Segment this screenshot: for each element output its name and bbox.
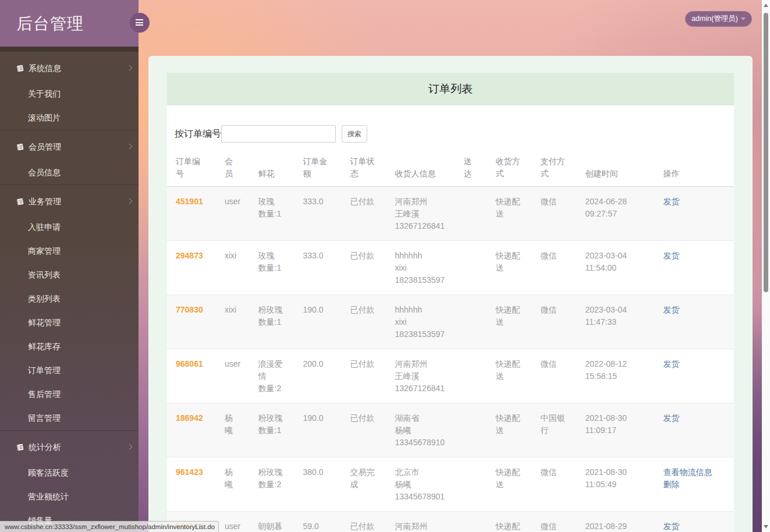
cell-delivered bbox=[455, 241, 487, 295]
cell-member: xixi bbox=[216, 241, 250, 295]
sidebar-item-message-mgmt[interactable]: 留言管理 bbox=[0, 406, 139, 430]
cell-order-no: 186942 bbox=[167, 403, 216, 457]
col-header-amount: 订单金额 bbox=[294, 147, 342, 187]
cell-delivery-method: 快递配送 bbox=[487, 295, 532, 349]
menu-toggle-button[interactable] bbox=[130, 13, 150, 33]
cell-flower: 浪漫爱情数量:2 bbox=[250, 349, 294, 403]
book-icon bbox=[16, 64, 24, 73]
col-header-delivery-method: 收货方式 bbox=[487, 147, 532, 187]
cell-delivery-method: 快递配送 bbox=[487, 403, 532, 457]
cell-amount: 190.0 bbox=[294, 295, 342, 349]
sidebar-item-banner-images[interactable]: 滚动图片 bbox=[0, 106, 139, 130]
sidebar-item-about-us[interactable]: 关于我们 bbox=[0, 82, 139, 106]
order-row: 294873xixi玫瑰数量:1333.0已付款hhhhhhxixi182381… bbox=[167, 241, 734, 295]
status-url: www.csbishe.cn:33333/ssm_zxflower_mutish… bbox=[5, 523, 215, 530]
col-header-payment: 支付方式 bbox=[532, 147, 577, 187]
cell-amount: 333.0 bbox=[294, 187, 342, 241]
col-header-member: 会员 bbox=[216, 147, 250, 187]
cell-delivery-method: 快递配送 bbox=[487, 349, 532, 403]
logistics-link[interactable]: 查看物流信息 bbox=[663, 466, 726, 478]
cell-created: 2022-08-12 15:58:15 bbox=[577, 349, 655, 403]
sidebar-item-category-list[interactable]: 类别列表 bbox=[0, 287, 139, 311]
cell-created: 2023-03-04 11:54:00 bbox=[577, 241, 655, 295]
cell-created: 2023-03-04 11:47:33 bbox=[577, 295, 655, 349]
cell-recipient: 河南郑州王峰溪13267126841 bbox=[386, 187, 455, 241]
cell-order-no: 961423 bbox=[167, 457, 216, 512]
panel-title: 订单列表 bbox=[167, 73, 734, 105]
cell-amount: 59.0 bbox=[294, 512, 342, 532]
scroll-down-arrow[interactable] bbox=[764, 525, 768, 529]
cell-delivery-method: 快递配送 bbox=[487, 241, 532, 295]
cell-actions: 发货 bbox=[655, 187, 734, 241]
sidebar-group-label: 会员管理 bbox=[29, 142, 61, 152]
sidebar-item-flower-inventory[interactable]: 鲜花库存 bbox=[0, 335, 139, 359]
sidebar-group-header-system-info[interactable]: 系统信息 bbox=[0, 55, 139, 82]
ship-link[interactable]: 发货 bbox=[663, 520, 726, 532]
sidebar-item-merchant-mgmt[interactable]: 商家管理 bbox=[0, 239, 139, 263]
sidebar-group-system-info: 系统信息关于我们滚动图片 bbox=[0, 51, 139, 130]
cell-amount: 333.0 bbox=[294, 241, 342, 295]
scrollbar-thumb[interactable] bbox=[764, 13, 768, 292]
sidebar-group-label: 业务管理 bbox=[29, 197, 61, 207]
delete-link[interactable]: 删除 bbox=[663, 478, 726, 491]
chevron-right-icon bbox=[127, 65, 133, 71]
cell-status: 已付款 bbox=[342, 349, 386, 403]
sidebar-group-header-stats-analysis[interactable]: 统计分析 bbox=[0, 434, 139, 461]
ship-link[interactable]: 发货 bbox=[663, 358, 726, 370]
cell-payment: 微信 bbox=[532, 457, 577, 512]
search-button[interactable]: 搜索 bbox=[342, 125, 367, 143]
app-title: 后台管理 bbox=[16, 13, 84, 35]
col-header-order-no: 订单编号 bbox=[167, 147, 216, 187]
book-icon bbox=[16, 143, 24, 151]
cell-flower: 玫瑰数量:1 bbox=[250, 187, 294, 241]
cell-actions: 发货 bbox=[655, 295, 734, 349]
ship-link[interactable]: 发货 bbox=[663, 196, 726, 208]
sidebar-group-business-mgmt: 业务管理入驻申请商家管理资讯列表类别列表鲜花管理鲜花库存订单管理售后管理留言管理 bbox=[0, 185, 139, 430]
sidebar-group-header-business-mgmt[interactable]: 业务管理 bbox=[0, 188, 139, 215]
cell-order-no: 968061 bbox=[167, 349, 216, 403]
cell-member: user bbox=[216, 512, 250, 532]
col-header-recipient: 收货人信息 bbox=[386, 147, 455, 187]
cell-member: 杨曦 bbox=[216, 403, 250, 457]
cell-flower: 粉玫瑰数量:2 bbox=[250, 457, 294, 512]
order-row: 594192user朝朝暮59.0已付款河南郑州快递配送微信2021-08-29… bbox=[167, 512, 734, 532]
sidebar-item-customer-activity[interactable]: 顾客活跃度 bbox=[0, 461, 139, 485]
cell-delivery-method: 快递配送 bbox=[487, 457, 532, 512]
sidebar-group-header-member-mgmt[interactable]: 会员管理 bbox=[0, 133, 139, 161]
sidebar-item-order-mgmt[interactable]: 订单管理 bbox=[0, 359, 139, 382]
order-no-search-input[interactable] bbox=[221, 125, 336, 143]
chevron-right-icon bbox=[127, 444, 133, 450]
cell-amount: 200.0 bbox=[294, 349, 342, 403]
cell-delivered bbox=[455, 295, 487, 349]
cell-status: 已付款 bbox=[342, 241, 386, 295]
cell-actions: 发货 bbox=[655, 512, 734, 532]
col-header-status: 订单状态 bbox=[342, 147, 386, 187]
cell-order-no: 294873 bbox=[167, 241, 216, 295]
sidebar-item-revenue-stats[interactable]: 营业额统计 bbox=[0, 485, 139, 509]
cell-flower: 朝朝暮 bbox=[250, 512, 294, 532]
cell-delivery-method: 快递配送 bbox=[487, 512, 532, 532]
ship-link[interactable]: 发货 bbox=[663, 412, 726, 424]
sidebar-item-flower-mgmt[interactable]: 鲜花管理 bbox=[0, 311, 139, 335]
cell-amount: 380.0 bbox=[294, 457, 342, 512]
cell-amount: 190.0 bbox=[294, 403, 342, 457]
book-icon bbox=[16, 197, 24, 206]
order-row: 186942杨曦粉玫瑰数量:1190.0已付款湖南省杨曦13345678910快… bbox=[167, 403, 734, 457]
user-menu-button[interactable]: admin(管理员) bbox=[685, 11, 752, 27]
sidebar-item-news-list[interactable]: 资讯列表 bbox=[0, 263, 139, 287]
sidebar-item-merchant-apply[interactable]: 入驻申请 bbox=[0, 215, 139, 239]
scroll-up-arrow[interactable] bbox=[764, 3, 768, 7]
ship-link[interactable]: 发货 bbox=[663, 304, 726, 316]
col-header-created: 创建时间 bbox=[577, 147, 655, 187]
cell-member: 杨曦 bbox=[216, 457, 250, 512]
sidebar-item-member-info[interactable]: 会员信息 bbox=[0, 161, 139, 185]
table-header-row: 订单编号会员鲜花订单金额订单状态收货人信息送达收货方式支付方式创建时间操作 bbox=[167, 147, 734, 187]
cell-flower: 粉玫瑰数量:1 bbox=[250, 403, 294, 457]
ship-link[interactable]: 发货 bbox=[663, 250, 726, 262]
cell-payment: 微信 bbox=[532, 295, 577, 349]
col-header-delivered: 送达 bbox=[455, 147, 487, 187]
sidebar-item-aftersale-mgmt[interactable]: 售后管理 bbox=[0, 382, 139, 406]
cell-created: 2024-06-28 09:27:57 bbox=[577, 187, 655, 241]
cell-order-no: 451901 bbox=[167, 187, 216, 241]
vertical-scrollbar[interactable] bbox=[762, 0, 770, 532]
